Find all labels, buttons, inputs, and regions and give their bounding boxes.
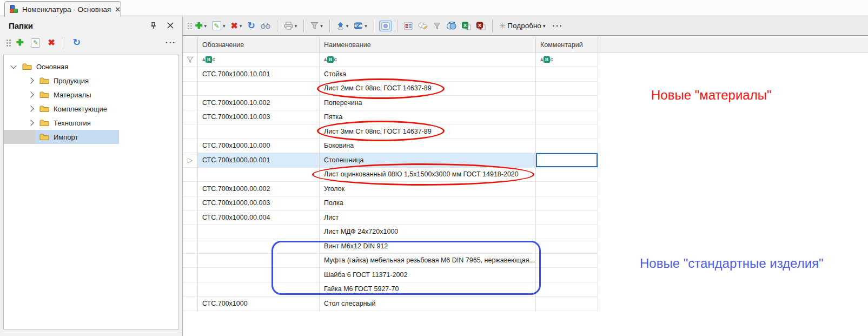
cell-designation[interactable] <box>198 282 320 297</box>
table-row[interactable]: Гайка М6 ГОСТ 5927-70 <box>183 282 599 297</box>
cell-comment[interactable] <box>536 96 598 110</box>
detail-button[interactable]: ✳ Подробно ▾ <box>498 20 547 32</box>
cell-designation[interactable] <box>198 225 320 240</box>
cell-designation[interactable]: СТС.700x1000.00.004 <box>198 210 320 225</box>
print-button[interactable]: ▾ <box>282 21 299 31</box>
cell-name[interactable]: Лист МДФ 24х720х1000 <box>320 225 536 240</box>
table-row[interactable]: Лист МДФ 24х720х1000 <box>183 225 599 240</box>
cell-comment[interactable] <box>536 139 598 154</box>
table-row[interactable]: Винт М6х12 DIN 912 <box>183 239 599 254</box>
chevron-right-icon[interactable] <box>26 93 35 97</box>
sidebar-item-основная[interactable]: Основная <box>4 60 178 74</box>
edit-folder-button[interactable]: ✎ <box>29 37 42 49</box>
cell-comment[interactable] <box>536 225 598 240</box>
chevron-right-icon[interactable] <box>26 107 35 111</box>
table-row[interactable]: Муфта (гайка) мебельная резьбовая М6 DIN… <box>183 254 599 268</box>
table-row[interactable]: СТС.700x1000.10.000Боковина <box>183 139 599 154</box>
cell-comment[interactable] <box>536 239 598 254</box>
refresh-folders-button[interactable]: ↻ <box>71 37 82 48</box>
cell-name[interactable]: Шайба 6 ГОСТ 11371-2002 <box>320 268 536 282</box>
cell-comment[interactable] <box>536 153 598 168</box>
cell-designation[interactable] <box>198 254 320 268</box>
cell-name[interactable]: Полка <box>320 196 536 211</box>
filter-input-designation[interactable]: ABC <box>198 52 320 67</box>
table-row[interactable]: СТС.700x1000.10.002Поперечина <box>183 96 599 110</box>
pin-icon[interactable] <box>148 21 158 30</box>
refresh-button[interactable]: ↻ <box>246 21 256 31</box>
export-button[interactable]: ▾ <box>335 21 350 31</box>
cell-designation[interactable] <box>198 239 320 254</box>
card-view-button[interactable] <box>402 21 414 31</box>
cell-designation[interactable]: СТС.700x1000.10.003 <box>198 110 320 125</box>
cell-designation[interactable]: СТС.700x1000.10.001 <box>198 67 320 82</box>
add-item-button[interactable]: ✚▾ <box>194 21 208 31</box>
cell-name[interactable]: Стойка <box>320 67 536 82</box>
sidebar-item-технология[interactable]: Технология <box>4 116 178 130</box>
cell-designation[interactable]: СТС.700x1000.00.002 <box>198 182 320 196</box>
toolbar-more-button[interactable]: ··· <box>552 22 563 30</box>
delete-item-button[interactable]: ✖▾ <box>229 21 243 31</box>
table-row[interactable]: Лист 2мм Ст 08пс, ГОСТ 14637-89 <box>183 82 599 96</box>
cell-comment[interactable] <box>536 282 598 297</box>
sidebar-item-комплектующие[interactable]: Комплектующие <box>4 102 178 116</box>
cell-designation[interactable] <box>198 268 320 282</box>
cell-name[interactable]: Лист <box>320 210 536 225</box>
cell-comment[interactable] <box>536 110 598 125</box>
cell-designation[interactable]: СТС.700x1000 <box>198 297 320 311</box>
chevron-right-icon[interactable] <box>26 121 35 125</box>
filter-button[interactable]: ▾ <box>309 21 324 31</box>
cell-name[interactable]: Уголок <box>320 182 536 196</box>
cell-name[interactable]: Столешница <box>320 153 536 168</box>
sidebar-item-импорт[interactable]: Импорт <box>4 130 178 144</box>
cell-comment[interactable] <box>536 210 598 225</box>
cell-designation[interactable] <box>198 82 320 96</box>
tab-close-icon[interactable]: ✕ <box>115 5 121 14</box>
table-row[interactable]: ▷СТС.700x1000.00.001Столешница <box>183 153 599 168</box>
search-button[interactable] <box>259 21 272 30</box>
cell-name[interactable]: Муфта (гайка) мебельная резьбовая М6 DIN… <box>320 254 536 268</box>
cell-comment[interactable] <box>536 82 598 96</box>
cell-designation[interactable]: СТС.700x1000.10.002 <box>198 96 320 110</box>
tab-nomenclature[interactable]: Номенклатура - Основная ✕ <box>4 1 121 17</box>
filter-input-comment[interactable]: ABC <box>536 52 598 67</box>
import-excel-button[interactable]: X <box>475 21 487 31</box>
preview-pane-toggle[interactable] <box>379 21 392 31</box>
filter-input-name[interactable]: ABC <box>320 52 536 67</box>
cell-name[interactable]: Винт М6х12 DIN 912 <box>320 239 536 254</box>
cell-designation[interactable] <box>198 168 320 182</box>
cell-comment[interactable] <box>536 297 598 311</box>
close-panel-icon[interactable] <box>165 21 175 30</box>
chevron-right-icon[interactable] <box>26 78 35 83</box>
folders-more-button[interactable]: ··· <box>165 38 176 47</box>
cell-name[interactable]: Лист 3мм Ст 08пс, ГОСТ 14637-89 <box>320 124 536 139</box>
cell-name[interactable]: Пятка <box>320 110 536 125</box>
cell-designation[interactable]: СТС.700x1000.00.003 <box>198 196 320 211</box>
cell-designation[interactable]: СТС.700x1000.10.000 <box>198 139 320 154</box>
table-row[interactable]: СТС.700x1000Стол слесарный <box>183 297 599 311</box>
cell-name[interactable]: Боковина <box>320 139 536 154</box>
cell-designation[interactable] <box>198 124 320 139</box>
export-excel-button[interactable]: X <box>460 21 473 31</box>
cell-designation[interactable]: СТС.700x1000.00.001 <box>198 153 320 168</box>
table-row[interactable]: СТС.700x1000.10.003Пятка <box>183 110 599 125</box>
cell-comment[interactable] <box>536 67 598 82</box>
filter-secondary-button[interactable] <box>432 21 442 31</box>
column-header-designation[interactable]: Обозначение <box>198 37 320 52</box>
cell-name[interactable]: Стол слесарный <box>320 297 536 311</box>
table-row[interactable]: Шайба 6 ГОСТ 11371-2002 <box>183 268 599 282</box>
cell-name[interactable]: Гайка М6 ГОСТ 5927-70 <box>320 282 536 297</box>
sidebar-item-материалы[interactable]: Материалы <box>4 88 178 102</box>
toolbar-grip-handle[interactable] <box>187 22 191 30</box>
cell-name[interactable]: Лист 2мм Ст 08пс, ГОСТ 14637-89 <box>320 82 536 96</box>
cell-name[interactable]: Поперечина <box>320 96 536 110</box>
cell-comment[interactable] <box>536 254 598 268</box>
package-button[interactable]: ▾ <box>352 21 369 31</box>
edit-item-button[interactable]: ✎▾ <box>210 20 227 31</box>
cell-name[interactable]: Лист оцинкованный 08Ю 1,5х1500х3000 мм Г… <box>320 168 536 182</box>
table-row[interactable]: СТС.700x1000.10.001Стойка <box>183 67 599 82</box>
sidebar-item-продукция[interactable]: Продукция <box>4 74 178 88</box>
table-row[interactable]: СТС.700x1000.00.003Полка <box>183 196 599 211</box>
table-row[interactable]: Лист оцинкованный 08Ю 1,5х1500х3000 мм Г… <box>183 168 599 182</box>
cell-comment[interactable] <box>536 168 598 182</box>
chevron-down-icon[interactable] <box>9 64 18 69</box>
